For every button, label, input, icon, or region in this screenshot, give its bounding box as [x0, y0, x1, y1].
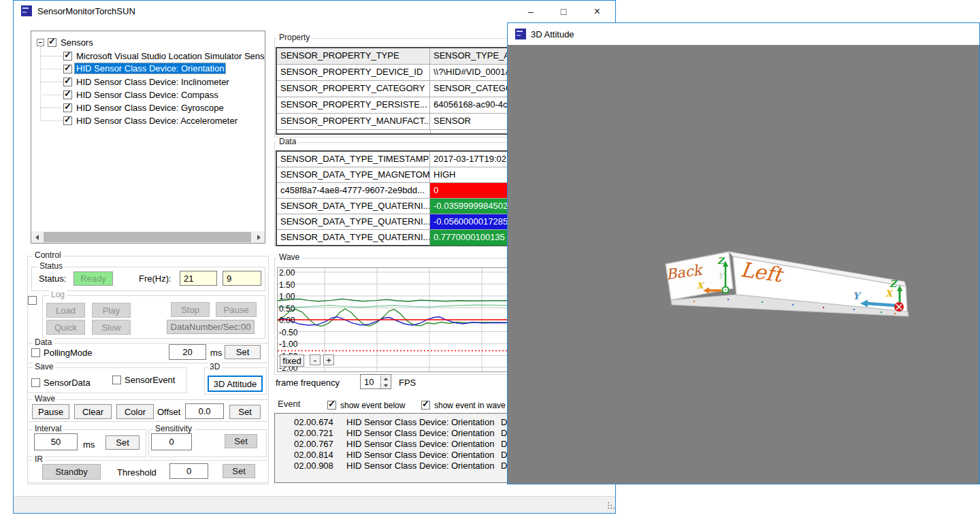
- log-checkbox[interactable]: [28, 296, 37, 305]
- ir-group-label: IR: [33, 455, 45, 464]
- attitude-titlebar[interactable]: 3D Attitude: [508, 23, 979, 45]
- tree-item-location-simulator[interactable]: Microsoft Visual Studio Location Simulat…: [76, 51, 265, 61]
- show-event-below-checkbox[interactable]: [327, 401, 336, 410]
- standby-button[interactable]: Standby: [42, 464, 101, 480]
- interval-unit-label: ms: [83, 439, 95, 450]
- tree-item-orientation[interactable]: HID Sensor Class Device: Orientation: [75, 63, 225, 73]
- load-button[interactable]: Load: [46, 303, 85, 318]
- fre-input-1[interactable]: [180, 271, 217, 286]
- data-number-counter: DataNumber/Sec:00: [167, 320, 255, 334]
- tree-hscrollbar[interactable]: [31, 231, 265, 243]
- attitude-3d-box: Back Left Z Y X Z X Y: [653, 246, 919, 322]
- threed-group-label: 3D: [208, 363, 222, 371]
- maximize-button[interactable]: □: [547, 1, 580, 22]
- interval-input[interactable]: [34, 433, 78, 450]
- tree-connector: [40, 46, 41, 121]
- threed-attitude-button[interactable]: 3D Attitude: [208, 376, 263, 392]
- spin-down-icon[interactable]: [380, 382, 390, 388]
- tree-item-gyroscope[interactable]: HID Sensor Class Device: Gyroscope: [76, 103, 224, 113]
- tree-item-checkbox[interactable]: [63, 78, 72, 86]
- scrollbar-thumb[interactable]: [44, 232, 251, 242]
- fps-spinner[interactable]: 10: [360, 374, 391, 389]
- tree-item-checkbox[interactable]: [63, 116, 72, 125]
- zoom-out-button[interactable]: -: [310, 354, 321, 365]
- tree-root-label[interactable]: Sensors: [61, 37, 93, 48]
- scroll-right-arrow-icon[interactable]: [253, 231, 265, 243]
- property-group-label: Property: [277, 33, 312, 42]
- close-button[interactable]: ×: [580, 1, 615, 22]
- threshold-input[interactable]: [169, 463, 208, 479]
- status-group-label: Status: [37, 262, 65, 271]
- attitude-viewport[interactable]: Back Left Z Y X Z X Y: [508, 45, 979, 484]
- tree-item-checkbox[interactable]: [63, 65, 72, 73]
- status-caption: Status:: [39, 273, 66, 284]
- svg-text:2.00: 2.00: [279, 268, 295, 278]
- slow-button[interactable]: Slow: [92, 320, 131, 335]
- wave-set-button[interactable]: Set: [229, 405, 261, 419]
- polling-mode-checkbox[interactable]: [31, 348, 40, 357]
- svg-text:1.50: 1.50: [279, 280, 295, 290]
- polling-interval-input[interactable]: [169, 344, 206, 360]
- svg-text:1.00: 1.00: [279, 292, 295, 301]
- app-icon: [21, 5, 32, 16]
- fixed-button[interactable]: fixed: [280, 354, 304, 367]
- main-titlebar[interactable]: SensorMonitorTorchSUN – □ ×: [14, 1, 615, 22]
- threshold-label: Threshold: [117, 467, 157, 478]
- sensitivity-group-label: Sensitivity: [153, 425, 194, 433]
- sensor-event-label: SensorEvent: [125, 375, 175, 385]
- sensor-tree: Sensors Microsoft Visual Studio Location…: [31, 31, 265, 244]
- wave-group-label: Wave: [277, 253, 301, 262]
- play-button[interactable]: Play: [92, 303, 131, 318]
- pause-log-button[interactable]: Pause: [216, 302, 257, 317]
- resize-grip-icon[interactable]: [608, 502, 609, 503]
- svg-text:0.50: 0.50: [279, 304, 295, 314]
- zoom-in-button[interactable]: +: [323, 354, 334, 365]
- status-bar: [14, 496, 615, 513]
- attitude-window: 3D Attitude Back Left Z Y: [507, 22, 980, 484]
- polling-set-button[interactable]: Set: [225, 345, 261, 359]
- fre-input-2[interactable]: [223, 271, 261, 286]
- ir-set-button[interactable]: Set: [223, 464, 255, 478]
- polling-unit-label: ms: [210, 348, 222, 358]
- tree-item-inclinometer[interactable]: HID Sensor Class Device: Inclinometer: [76, 77, 229, 87]
- wave-clear-button[interactable]: Clear: [74, 404, 112, 419]
- spin-up-icon[interactable]: [380, 376, 390, 382]
- data-group2-label: Data: [33, 338, 54, 347]
- attitude-window-title: 3D Attitude: [531, 29, 574, 39]
- quick-button[interactable]: Quick: [46, 320, 85, 335]
- data-group-label: Data: [277, 137, 298, 146]
- show-event-in-wave-checkbox[interactable]: [421, 401, 430, 410]
- wave-ctrl-group-label: Wave: [33, 395, 57, 403]
- offset-label: Offset: [157, 407, 180, 417]
- save-group-label: Save: [33, 363, 55, 371]
- tree-root-checkbox[interactable]: [48, 38, 56, 47]
- tree-item-compass[interactable]: HID Sensor Class Device: Compass: [76, 90, 218, 100]
- tree-item-checkbox[interactable]: [63, 103, 72, 112]
- svg-text:-1.00: -1.00: [279, 339, 298, 349]
- log-group-label: Log: [49, 290, 67, 299]
- tree-collapse-toggle[interactable]: [37, 39, 44, 46]
- fre-label: Fre(Hz):: [139, 273, 172, 284]
- show-event-in-wave-label: show event in wave: [434, 401, 506, 410]
- sensitivity-set-button[interactable]: Set: [225, 434, 257, 448]
- tree-item-checkbox[interactable]: [63, 52, 72, 61]
- tree-item-accelerometer[interactable]: HID Sensor Class Device: Accelerometer: [76, 116, 238, 126]
- show-event-below-label: show event below: [340, 401, 405, 410]
- fps-unit-label: FPS: [399, 378, 416, 388]
- wave-color-button[interactable]: Color: [116, 404, 154, 419]
- sensitivity-input[interactable]: [151, 433, 192, 450]
- scroll-left-arrow-icon[interactable]: [31, 231, 43, 243]
- wave-pause-button[interactable]: Pause: [32, 404, 69, 419]
- event-group-label: Event: [276, 399, 302, 408]
- tree-item-checkbox[interactable]: [63, 90, 72, 99]
- interval-set-button[interactable]: Set: [105, 435, 140, 450]
- offset-input[interactable]: [185, 403, 224, 419]
- svg-text:0.00: 0.00: [279, 316, 295, 325]
- frame-frequency-label: frame frequency: [276, 378, 340, 388]
- interval-group-label: Interval: [33, 425, 63, 433]
- sensor-data-checkbox[interactable]: [31, 378, 40, 387]
- minimize-button[interactable]: –: [514, 1, 547, 22]
- stop-button[interactable]: Stop: [171, 302, 210, 317]
- sensor-event-checkbox[interactable]: [112, 376, 121, 384]
- axis-y-arrow: [867, 303, 895, 305]
